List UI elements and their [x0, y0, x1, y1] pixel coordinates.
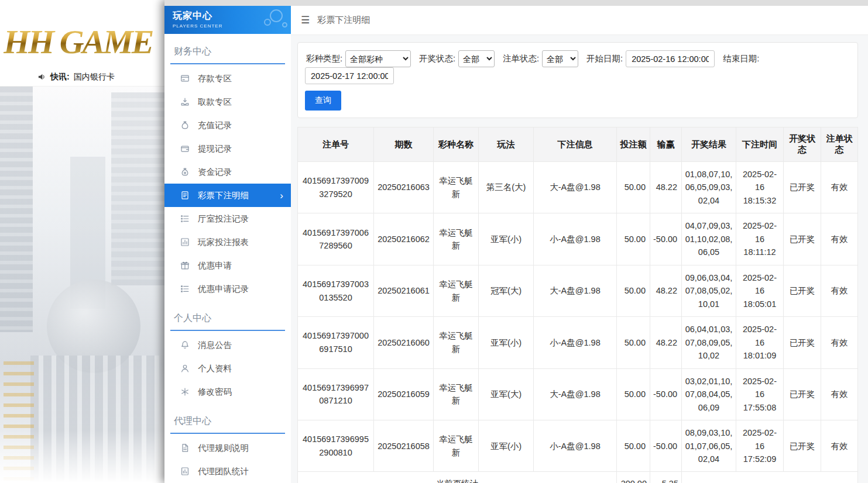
- table-cell: 幸运飞艇新: [434, 368, 479, 420]
- withdraw-icon: [180, 97, 190, 106]
- table-cell: 401569173969952900810: [298, 420, 374, 472]
- table-cell: 小-A盘@1.98: [534, 213, 617, 265]
- sidebar-item-promo-apply-record[interactable]: 优惠申请记录: [164, 277, 291, 301]
- sidebar-item-label: 消息公告: [198, 340, 232, 351]
- filter-panel: 彩种类型: 全部彩种 开奖状态: 全部 注单状态: 全部 开始日期: 结束日期:: [297, 42, 858, 118]
- sidebar-section-heading: 代理中心: [170, 413, 285, 434]
- table-cell: 03,02,01,10,07,08,04,05,06,09: [682, 368, 736, 420]
- sidebar: 玩家中心 PLAYERS CENTER 财务中心存款专区取款专区充值记录提现记录…: [164, 6, 291, 483]
- bets-table-container: 注单号期数彩种名称玩法下注信息投注额输赢开奖结果下注时间开奖状态注单状态4015…: [297, 127, 858, 483]
- sidebar-item-hall-bet-record[interactable]: 厅室投注记录: [164, 207, 291, 230]
- table-cell: 幸运飞艇新: [434, 420, 479, 472]
- funds-record-icon: [180, 167, 190, 177]
- sidebar-item-label: 代理团队统计: [198, 466, 249, 477]
- table-cell: 2025-02-16 17:55:08: [736, 368, 784, 420]
- password-icon: [180, 387, 190, 396]
- lottery-bets-icon: [180, 191, 190, 200]
- ticker-label: 快讯:: [50, 72, 70, 82]
- table-cell: 有效: [821, 420, 858, 472]
- sidebar-item-recharge-record[interactable]: 充值记录: [164, 113, 291, 137]
- start-date-input[interactable]: [626, 50, 715, 67]
- table-cell: 已开奖: [784, 420, 821, 472]
- sidebar-item-label: 取款专区: [198, 96, 232, 108]
- table-cell: 08,09,03,10,01,07,06,05,02,04: [682, 420, 736, 472]
- table-cell: 401569173970006917510: [298, 317, 374, 368]
- page-title: 彩票下注明细: [317, 15, 370, 26]
- table-cell: 亚军(大): [479, 368, 534, 420]
- table-cell: 大-A盘@1.98: [534, 162, 617, 213]
- decorative-bubble: [282, 22, 287, 27]
- table-cell: 第三名(大): [479, 162, 534, 213]
- hall-bets-icon: [180, 214, 190, 223]
- bets-table: 注单号期数彩种名称玩法下注信息投注额输赢开奖结果下注时间开奖状态注单状态4015…: [297, 127, 858, 483]
- table-cell: 已开奖: [784, 213, 821, 265]
- sidebar-item-withdraw[interactable]: 取款专区: [164, 90, 291, 113]
- sidebar-item-profile[interactable]: 个人资料: [164, 357, 291, 380]
- table-row: 40156917397003013552020250216061幸运飞艇新冠军(…: [298, 265, 858, 316]
- ticker-text: 国内银行卡: [74, 72, 115, 82]
- table-cell: 401569173969970871210: [298, 368, 374, 420]
- sidebar-item-agent-team[interactable]: 代理团队统计: [164, 460, 291, 483]
- draw-status-label: 开奖状态:: [419, 53, 455, 64]
- table-cell: 有效: [821, 368, 858, 420]
- sidebar-item-label: 存款专区: [198, 73, 232, 84]
- draw-status-select[interactable]: 全部: [458, 50, 495, 67]
- table-cell: 20250216060: [374, 317, 434, 368]
- table-cell: 401569173970030135520: [298, 265, 374, 316]
- sidebar-section-heading: 财务中心: [170, 43, 285, 64]
- table-cell: 50.00: [617, 265, 650, 316]
- sidebar-item-label: 提现记录: [198, 143, 232, 154]
- table-header-row: 注单号期数彩种名称玩法下注信息投注额输赢开奖结果下注时间开奖状态注单状态: [298, 127, 858, 162]
- table-cell: 亚军(小): [479, 213, 534, 265]
- agent-rules-icon: [180, 443, 190, 453]
- column-header: 下注时间: [736, 127, 784, 162]
- sidebar-item-promo-apply[interactable]: 优惠申请: [164, 254, 291, 277]
- table-cell: 大-A盘@1.98: [534, 265, 617, 316]
- end-date-input[interactable]: [305, 67, 394, 84]
- table-cell: 401569173970093279520: [298, 162, 374, 213]
- column-header: 开奖状态: [784, 127, 821, 162]
- deposit-icon: [180, 74, 190, 83]
- table-cell: 幸运飞艇新: [434, 213, 479, 265]
- lottery-type-select[interactable]: 全部彩种: [345, 50, 411, 67]
- sidebar-nav: 财务中心存款专区取款专区充值记录提现记录资金记录彩票下注明细›厅室投注记录玩家投…: [164, 43, 291, 483]
- table-cell: 有效: [821, 213, 858, 265]
- sidebar-item-label: 玩家投注报表: [198, 237, 249, 248]
- recharge-record-icon: [180, 120, 190, 130]
- chevron-right-icon: ›: [280, 191, 283, 201]
- menu-icon[interactable]: ☰: [301, 14, 310, 26]
- table-cell: 2025-02-16 17:52:09: [736, 420, 784, 472]
- search-button[interactable]: 查询: [305, 91, 341, 111]
- start-date-label: 开始日期:: [586, 53, 623, 64]
- table-cell: 20250216059: [374, 368, 434, 420]
- table-cell: 20250216061: [374, 265, 434, 316]
- promo-apply-icon: [180, 261, 190, 270]
- table-cell: 已开奖: [784, 368, 821, 420]
- summary-label: 当前页统计: [298, 472, 617, 483]
- decorative-bubble: [270, 9, 283, 22]
- sidebar-item-lottery-bet-detail[interactable]: 彩票下注明细›: [164, 184, 291, 207]
- table-cell: 20250216058: [374, 420, 434, 472]
- sidebar-item-label: 修改密码: [198, 387, 232, 398]
- table-cell: 2025-02-16 18:15:32: [736, 162, 784, 213]
- sidebar-item-change-password[interactable]: 修改密码: [164, 380, 291, 403]
- sidebar-item-deposit[interactable]: 存款专区: [164, 67, 291, 90]
- announcement-icon: [180, 340, 190, 350]
- sidebar-item-funds-record[interactable]: 资金记录: [164, 160, 291, 184]
- table-cell: -50.00: [650, 368, 682, 420]
- table-cell: 小-A盘@1.98: [534, 420, 617, 472]
- table-cell: 有效: [821, 265, 858, 316]
- sidebar-item-label: 资金记录: [198, 167, 232, 178]
- table-cell: 09,06,03,04,07,08,05,02,10,01: [682, 265, 736, 316]
- withdrawal-record-icon: [180, 144, 190, 153]
- sidebar-item-announcements[interactable]: 消息公告: [164, 333, 291, 357]
- sidebar-item-agent-rules[interactable]: 代理规则说明: [164, 436, 291, 460]
- sidebar-item-withdrawal-record[interactable]: 提现记录: [164, 137, 291, 160]
- sidebar-item-player-bet-report[interactable]: 玩家投注报表: [164, 230, 291, 254]
- sidebar-subtitle: PLAYERS CENTER: [173, 23, 291, 29]
- sidebar-section-heading: 个人中心: [170, 310, 285, 331]
- table-row: 40156917396997087121020250216059幸运飞艇新亚军(…: [298, 368, 858, 420]
- decorative-bubble: [264, 19, 271, 26]
- player-report-icon: [180, 237, 190, 247]
- bet-status-select[interactable]: 全部: [542, 50, 578, 67]
